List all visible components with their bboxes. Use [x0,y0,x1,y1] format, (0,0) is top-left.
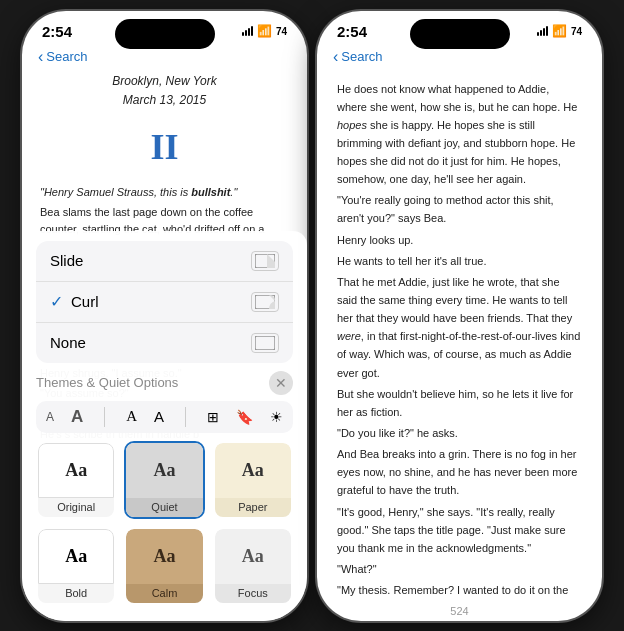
back-label-left: Search [46,49,87,64]
brightness-icon[interactable]: ☀ [270,409,283,425]
battery-icon-right: 74 [571,26,582,37]
slide-option-slide[interactable]: Slide [36,241,293,282]
theme-calm[interactable]: Aa Calm [124,527,204,605]
font-controls: A A A A ⊞ 🔖 ☀ [36,401,293,433]
font-style-sans[interactable]: A [154,408,164,425]
phones-container: 2:54 📶 74 ‹ [12,1,612,631]
back-button-right[interactable]: ‹ Search [333,48,383,66]
time-left: 2:54 [42,23,72,40]
theme-quiet-label: Quiet [126,498,202,517]
right-phone: 2:54 📶 74 ‹ [317,11,602,621]
back-button-left[interactable]: ‹ Search [38,48,88,66]
none-icon [251,333,279,353]
slide-option-curl[interactable]: ✓ Curl [36,282,293,323]
chevron-icon-right: ‹ [333,48,338,66]
theme-bold[interactable]: Aa Bold [36,527,116,605]
slide-option-none[interactable]: None [36,323,293,363]
dynamic-island-right [410,19,510,49]
divider2 [185,407,186,427]
back-label-right: Search [341,49,382,64]
themes-header: Themes & Quiet Options ✕ [36,371,293,395]
chevron-icon: ‹ [38,48,43,66]
theme-paper-label: Paper [215,498,291,517]
bookmark-icon[interactable]: 🔖 [236,409,253,425]
page-number: 524 [317,601,602,621]
slide-options: Slide ✓ Curl [36,241,293,363]
divider [104,407,105,427]
curl-icon [251,292,279,312]
theme-focus-label: Focus [215,584,291,603]
left-phone: 2:54 📶 74 ‹ [22,11,307,621]
book-header: Brooklyn, New York March 13, 2015 [40,72,289,110]
font-small-icon[interactable]: A [46,410,54,424]
overlay-panel: Slide ✓ Curl [22,231,307,621]
signal-icon-right [537,26,548,36]
svg-rect-2 [255,336,275,350]
time-right: 2:54 [337,23,367,40]
font-large-icon[interactable]: A [71,407,83,427]
signal-icon [242,26,253,36]
theme-calm-label: Calm [126,584,202,603]
theme-grid: Aa Original Aa Quiet Aa [36,441,293,605]
wifi-icon-right: 📶 [552,24,567,38]
dynamic-island [115,19,215,49]
status-icons-left: 📶 74 [242,24,287,38]
theme-bold-label: Bold [38,584,114,603]
book-content-right: He does not know what happened to Addie,… [317,72,602,601]
theme-paper[interactable]: Aa Paper [213,441,293,519]
wifi-icon: 📶 [257,24,272,38]
layout-icon[interactable]: ⊞ [207,409,219,425]
theme-original-label: Original [38,498,114,517]
font-style-serif[interactable]: A [126,408,137,425]
check-icon: ✓ [50,292,63,311]
theme-quiet[interactable]: Aa Quiet [124,441,204,519]
chapter-number: II [40,120,289,176]
theme-focus[interactable]: Aa Focus [213,527,293,605]
status-icons-right: 📶 74 [537,24,582,38]
theme-original[interactable]: Aa Original [36,441,116,519]
slide-icon [251,251,279,271]
close-button[interactable]: ✕ [269,371,293,395]
themes-title: Themes & Quiet Options [36,375,178,390]
battery-icon: 74 [276,26,287,37]
